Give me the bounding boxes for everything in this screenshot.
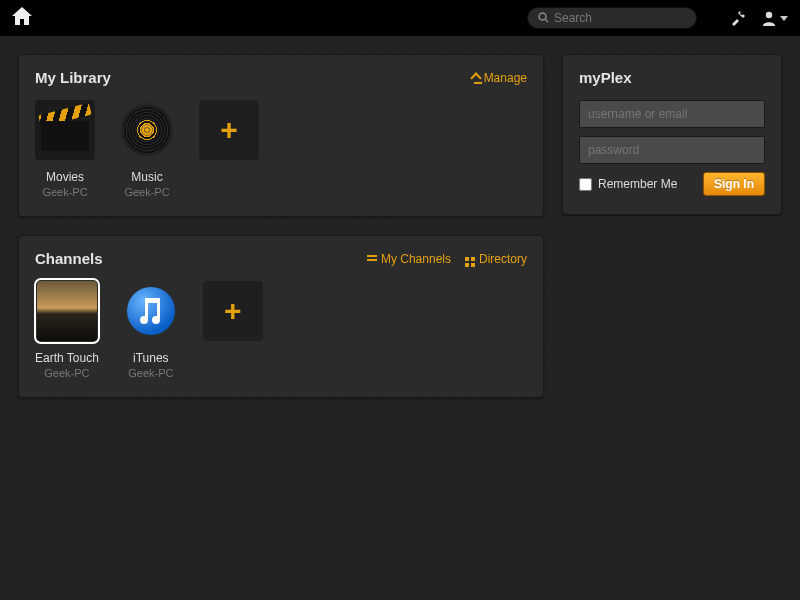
clapper-icon xyxy=(41,109,89,151)
library-title: My Library xyxy=(35,69,111,86)
chevron-down-icon xyxy=(780,16,788,21)
svg-point-3 xyxy=(766,12,772,18)
vinyl-icon xyxy=(123,106,171,154)
add-channel-button[interactable]: + xyxy=(203,281,263,379)
home-icon[interactable] xyxy=(12,7,32,29)
tile-sub: Geek-PC xyxy=(128,367,173,379)
library-panel: My Library Manage Movies Geek-PC Music G… xyxy=(18,54,544,217)
tile-sub: Geek-PC xyxy=(124,186,169,198)
tile-sub: Geek-PC xyxy=(42,186,87,198)
remember-me-wrap[interactable]: Remember Me xyxy=(579,177,703,191)
sign-in-button[interactable]: Sign In xyxy=(703,172,765,196)
grid-icon xyxy=(465,250,475,267)
tile-label: Movies xyxy=(46,170,84,184)
remember-me-checkbox[interactable] xyxy=(579,178,592,191)
channels-panel: Channels My Channels Directory Earth Tou… xyxy=(18,235,544,398)
username-input[interactable] xyxy=(579,100,765,128)
wrench-icon xyxy=(472,71,480,85)
password-input[interactable] xyxy=(579,136,765,164)
tile-sub: Geek-PC xyxy=(44,367,89,379)
tools-icon[interactable] xyxy=(729,9,747,27)
svg-point-0 xyxy=(539,13,546,20)
svg-point-2 xyxy=(740,11,744,15)
tile-label: Earth Touch xyxy=(35,351,99,365)
myplex-title: myPlex xyxy=(579,69,765,86)
search-icon xyxy=(538,12,549,25)
add-library-button[interactable]: + xyxy=(199,100,259,198)
manage-label: Manage xyxy=(484,71,527,85)
library-tile-movies[interactable]: Movies Geek-PC xyxy=(35,100,95,198)
channel-tile-earth-touch[interactable]: Earth Touch Geek-PC xyxy=(35,281,99,379)
search-input-wrap[interactable] xyxy=(527,7,697,29)
channel-tile-itunes[interactable]: iTunes Geek-PC xyxy=(121,281,181,379)
itunes-icon xyxy=(127,287,175,335)
svg-line-1 xyxy=(546,19,549,22)
channels-title: Channels xyxy=(35,250,103,267)
myplex-panel: myPlex Remember Me Sign In xyxy=(562,54,782,215)
directory-label: Directory xyxy=(479,252,527,266)
search-input[interactable] xyxy=(554,11,686,25)
tile-label: Music xyxy=(131,170,162,184)
my-channels-link[interactable]: My Channels xyxy=(367,252,451,266)
tile-label: iTunes xyxy=(133,351,169,365)
earth-touch-thumb xyxy=(37,281,97,341)
remember-me-label: Remember Me xyxy=(598,177,677,191)
user-menu[interactable] xyxy=(761,10,788,26)
top-bar xyxy=(0,0,800,36)
plus-icon: + xyxy=(220,113,238,147)
library-tile-music[interactable]: Music Geek-PC xyxy=(117,100,177,198)
directory-link[interactable]: Directory xyxy=(465,250,527,267)
manage-link[interactable]: Manage xyxy=(472,71,527,85)
list-icon xyxy=(367,252,377,266)
plus-icon: + xyxy=(224,294,242,328)
my-channels-label: My Channels xyxy=(381,252,451,266)
